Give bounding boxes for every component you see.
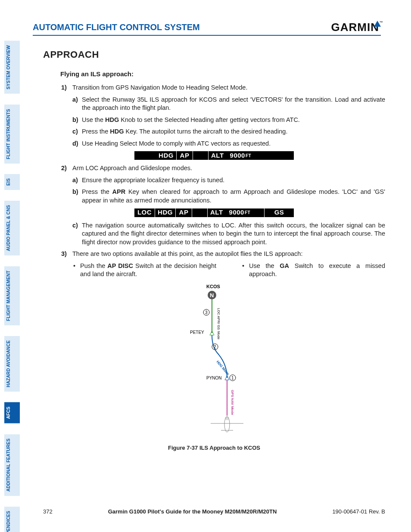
page-footer: 372 Garmin G1000 Pilot's Guide for the M… [43,508,385,515]
doc-revision: 190-00647-01 Rev. B [332,508,385,515]
step-1c: c) Press the HDG Key. The autopilot turn… [72,128,385,136]
svg-text:PETEY: PETEY [190,330,204,335]
tab-flight-instruments[interactable]: FLIGHT INSTRUMENTS [4,105,20,164]
step-2a: a) Ensure the appropriate localizer freq… [72,176,385,185]
svg-text:KCOS: KCOS [206,284,220,289]
svg-text:1: 1 [231,376,234,380]
afcs-bar-2: LOC HDG AP ALT 9000FT GS [134,208,294,217]
doc-title: Garmin G1000 Pilot's Guide for the Moone… [108,508,277,515]
garmin-logo: GARMIN ™ [331,21,381,34]
svg-point-22 [225,417,229,420]
tab-afcs[interactable]: AFCS [4,402,20,423]
step-1: 1) Transition from GPS Navigation Mode t… [61,84,385,92]
step-2c: c) The navigation source automatically s… [72,221,385,247]
tab-appendices[interactable]: APPENDICES [4,507,20,532]
tab-audio-panel[interactable]: AUDIO PANEL & CNS [4,201,20,255]
bar2-hdg: HDG [155,208,176,217]
svg-text:HDG Mode: HDG Mode [215,360,230,376]
step-1a: a) Select the Runway 35L ILS approach fo… [72,96,385,112]
ils-approach-svg: KCOS N LOC APR/ GS Mode 3 PETEY 2 HDG Mo… [167,282,262,442]
page-number: 372 [43,508,53,515]
bar2-alt: ALT 9000FT [208,208,265,217]
bar2-ap: AP [176,208,192,217]
svg-text:PYNON: PYNON [206,376,222,380]
chapter-title: AUTOMATIC FLIGHT CONTROL SYSTEM [33,22,200,32]
step-1b: b) Use the HDG Knob to set the Selected … [72,116,385,124]
procedure-title: Flying an ILS approach: [60,70,385,78]
bar2-gs: GS [265,208,294,217]
tab-flight-management[interactable]: FLIGHT MANAGEMENT [4,266,20,325]
approach-diagram: KCOS N LOC APR/ GS Mode 3 PETEY 2 HDG Mo… [43,282,385,442]
tab-system-overview[interactable]: SYSTEM OVERVIEW [4,41,20,94]
tab-hazard-avoidance[interactable]: HAZARD AVOIDANCE [4,336,20,392]
step-3: 3) There are two options available at th… [61,250,385,258]
page-body: APPROACH Flying an ILS approach: 1) Tran… [43,48,385,451]
tm-mark: ™ [380,21,383,25]
afcs-bar-1: HDG AP ALT 9000FT [134,151,294,160]
bar1-alt: ALT 9000FT [209,151,255,160]
svg-text:2: 2 [214,345,216,349]
option-ga: • Use the GA Switch to execute a missed … [242,262,385,279]
bar2-loc: LOC [134,208,155,217]
figure-caption: Figure 7-37 ILS Approach to KCOS [43,444,385,452]
svg-text:GPS NAV Mode: GPS NAV Mode [230,390,234,415]
svg-text:3: 3 [205,310,208,315]
sidebar-nav: SYSTEM OVERVIEW FLIGHT INSTRUMENTS EIS A… [0,41,21,532]
step-1d: d) Use Heading Select Mode to comply wit… [72,140,385,148]
bar1-hdg: HDG [156,151,177,160]
tab-additional-features[interactable]: ADDITIONAL FEATURES [4,434,20,496]
step-2: 2) Arm LOC Approach and Glideslope modes… [61,164,385,173]
options-row: • Push the AP DISC Switch at the decisio… [73,262,385,279]
bar1-ap: AP [177,151,193,160]
section-heading: APPROACH [43,48,385,61]
tab-eis[interactable]: EIS [4,174,20,190]
step-2b: b) Press the APR Key when cleared for ap… [72,188,385,205]
option-ap-disc: • Push the AP DISC Switch at the decisio… [73,262,216,279]
svg-text:N: N [210,292,214,299]
page-header: AUTOMATIC FLIGHT CONTROL SYSTEM GARMIN ™ [33,21,381,36]
svg-text:LOC APR/ GS Mode: LOC APR/ GS Mode [217,308,221,339]
